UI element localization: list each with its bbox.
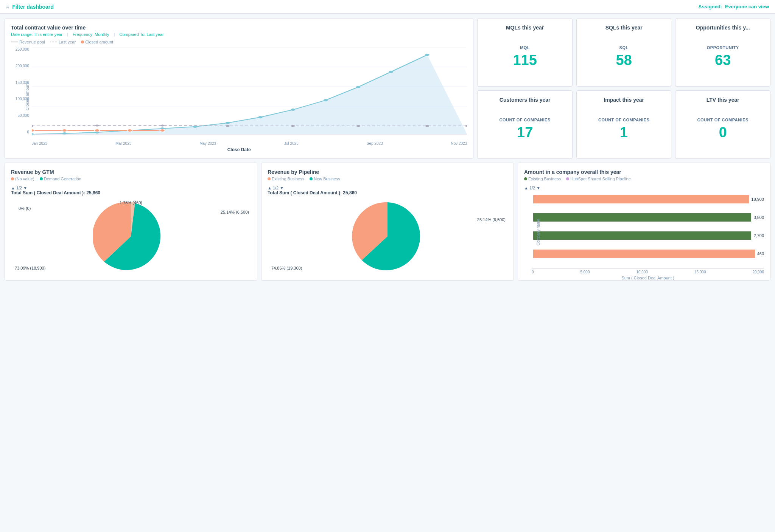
amount-company-pagination[interactable]: ▲ 1/2 ▼ (524, 186, 764, 190)
revenue-gtm-pagination[interactable]: ▲ 1/2 ▼ (11, 186, 251, 190)
assigned-value[interactable]: Everyone can view (725, 4, 769, 9)
y-axis-ticks: 250,000 200,000 150,000 100,000 50,000 0 (11, 47, 31, 134)
impact-card: Impact this year COUNT OF COMPANIES 1 (576, 90, 672, 159)
bar-x-label: Sum ( Closed Deal Amount ) (532, 276, 764, 280)
revenue-pipeline-pagination[interactable]: ▲ 1/2 ▼ (268, 186, 507, 190)
amount-company-title: Amount in a company overall this year (524, 169, 764, 175)
svg-point-28 (32, 129, 34, 132)
svg-point-19 (425, 54, 430, 56)
legend-closed-amount: Closed amount (81, 40, 113, 44)
bar-y-label: Company name (536, 219, 540, 246)
bar-x-ticks: 0 5,000 10,000 15,000 20,000 (532, 268, 764, 274)
svg-point-14 (258, 116, 263, 118)
bar-2 (533, 213, 751, 222)
svg-point-25 (356, 125, 360, 127)
legend-revenue-goal: Revenue goal (11, 40, 45, 44)
top-bar-left: ≡ Filter dashboard (6, 4, 54, 10)
svg-point-30 (95, 129, 100, 132)
mqls-value: 115 (513, 53, 537, 67)
y-tick-3: 100,000 (16, 97, 29, 101)
pipeline-label-teal: 74.86% (19,360) (271, 266, 302, 270)
legend-closed-label: Closed amount (85, 40, 113, 44)
svg-point-29 (62, 129, 67, 132)
x-axis-label: Close Date (11, 147, 467, 152)
svg-point-16 (324, 99, 328, 101)
revenue-gtm-title: Revenue by GTM (11, 169, 251, 175)
legend-demand-gen-label: Demand Generation (44, 177, 81, 181)
legend-new-biz: New Business (310, 177, 340, 181)
legend-revenue-goal-label: Revenue goal (19, 40, 45, 44)
impact-title: Impact this year (604, 97, 644, 103)
customers-card: Customers this year COUNT OF COMPANIES 1… (477, 90, 573, 159)
frequency: Frequency: Monthly (73, 32, 109, 37)
svg-point-32 (160, 129, 165, 132)
pie-label-teal: 73.09% (18,900) (15, 266, 45, 270)
bar-3 (533, 231, 751, 240)
compared-to: Compared To: Last year (119, 32, 163, 37)
bar-4 (533, 250, 755, 258)
pie-label-salmon: 25.14% (6,500) (221, 210, 249, 214)
legend-new-biz-label: New Business (314, 177, 340, 181)
x-tick-2: May 2023 (199, 141, 216, 146)
x-tick-bar-1: 5,000 (580, 270, 590, 274)
svg-point-12 (193, 126, 198, 128)
svg-point-31 (127, 129, 132, 132)
svg-point-13 (226, 122, 230, 124)
sqls-card: SQLs this year SQL 58 (576, 18, 672, 87)
revenue-gtm-card: Revenue by GTM (No value) Demand Generat… (5, 163, 257, 281)
revenue-pipeline-pie-svg (350, 199, 425, 274)
x-tick-3: Jul 2023 (284, 141, 299, 146)
line-chart-area: Closed amount (11, 47, 467, 146)
bar-rows: 18,900 3,800 2,700 460 (532, 190, 764, 263)
pipeline-label-salmon: 25.14% (6,500) (477, 217, 506, 222)
impact-value: 1 (620, 125, 628, 140)
revenue-gtm-pie-area: 73.09% (18,900) 25.14% (6,500) 1.78% (46… (11, 199, 251, 274)
svg-point-17 (356, 86, 361, 88)
total-contract-card: Total contract value over time Date rang… (5, 18, 473, 159)
customers-title: Customers this year (500, 97, 551, 103)
legend-demand-gen: Demand Generation (40, 177, 81, 181)
bar-label-4: 460 (757, 251, 764, 256)
svg-point-15 (291, 109, 295, 111)
x-tick-bar-2: 10,000 (636, 270, 648, 274)
mqls-card: MQLs this year MQL 115 (477, 18, 573, 87)
svg-point-24 (291, 125, 295, 127)
x-tick-bar-4: 20,000 (752, 270, 764, 274)
bar-row-4: 460 (533, 250, 764, 258)
bottom-row: Revenue by GTM (No value) Demand Generat… (5, 163, 770, 281)
bar-row-3: 2,700 (533, 231, 764, 240)
opportunities-card: Opportunities this y... OPPORTUNITY 63 (675, 18, 770, 87)
legend-existing-biz2-label: Existing Business (528, 177, 561, 181)
opportunities-label: OPPORTUNITY (707, 45, 739, 50)
mqls-label: MQL (520, 45, 530, 50)
legend-last-year-label: Last year (59, 40, 76, 44)
total-contract-meta: Date range: This entire year | Frequency… (11, 32, 467, 37)
revenue-gtm-legend: (No value) Demand Generation (11, 177, 251, 181)
y-tick-1: 200,000 (16, 64, 29, 68)
bar-1 (533, 195, 749, 203)
x-tick-1: Mar 2023 (115, 141, 131, 146)
y-tick-0: 250,000 (16, 47, 29, 51)
bar-label-3: 2,700 (753, 233, 764, 238)
svg-point-26 (425, 125, 429, 127)
revenue-pipeline-pie-area: 74.86% (19,360) 25.14% (6,500) (268, 199, 507, 274)
total-contract-title: Total contract value over time (11, 25, 467, 31)
ltv-card: LTV this year COUNT OF COMPANIES 0 (675, 90, 770, 159)
x-tick-bar-3: 15,000 (694, 270, 706, 274)
assigned-label: Assigned: (698, 4, 722, 9)
mqls-title: MQLs this year (506, 25, 544, 31)
sqls-title: SQLs this year (605, 25, 643, 31)
dashboard: Total contract value over time Date rang… (0, 14, 775, 285)
legend-existing-biz2: Existing Business (524, 177, 561, 181)
revenue-pipeline-legend: Existing Business New Business (268, 177, 507, 181)
top-bar-right: Assigned: Everyone can view (698, 4, 769, 9)
pie-label-zero: 0% (0) (19, 206, 31, 211)
line-chart-legend: Revenue goal Last year Closed amount (11, 40, 467, 44)
svg-point-20 (32, 125, 34, 127)
legend-hubspot-pipeline: HubSpot Shared Selling Pipeline (566, 177, 631, 181)
legend-no-value: (No value) (11, 177, 34, 181)
amount-company-legend: Existing Business HubSpot Shared Selling… (524, 177, 764, 181)
x-tick-0: Jan 2023 (32, 141, 47, 146)
top-row: Total contract value over time Date rang… (5, 18, 770, 159)
bar-row-1: 18,900 (533, 195, 764, 203)
